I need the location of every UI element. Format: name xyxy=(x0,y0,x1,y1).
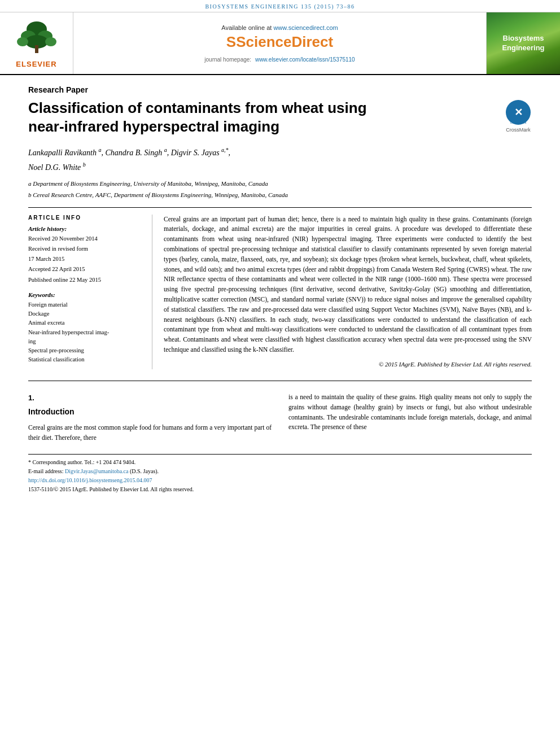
introduction-section: 1. Introduction Cereal grains are the mo… xyxy=(28,392,532,443)
sciencedirect-url[interactable]: www.sciencedirect.com xyxy=(273,24,338,31)
footnote-email: E-mail address: Digvir.Jayas@umanitoba.c… xyxy=(28,467,532,476)
intro-left: 1. Introduction Cereal grains are the mo… xyxy=(28,392,272,443)
crossmark-icon: ✕ CrossMark xyxy=(505,99,532,126)
keyword-1: Foreign material xyxy=(28,300,141,309)
left-column: Article info Article history: Received 2… xyxy=(28,215,152,369)
authors-line: Lankapalli Ravikanth a, Chandra B. Singh… xyxy=(28,146,532,159)
keyword-3: Animal excreta xyxy=(28,318,141,327)
abstract-copyright: © 2015 IAgrE. Published by Elsevier Ltd.… xyxy=(164,360,532,369)
keyword-5: Spectral pre-processing xyxy=(28,346,141,355)
abstract-column: Cereal grains are an important part of h… xyxy=(152,215,532,369)
authors-line-2: Noel D.G. White b xyxy=(28,161,532,174)
footnote-area: * Corresponding author. Tel.: +1 204 474… xyxy=(28,454,532,494)
keyword-6: Statistical classification xyxy=(28,355,141,364)
svg-text:CrossMark: CrossMark xyxy=(510,121,527,124)
journal-logo-title: Biosystems Engineering xyxy=(502,34,544,53)
crossmark-area: ✕ CrossMark CrossMark xyxy=(505,99,532,133)
journal-title-bar: Biosystems Engineering 135 (2015) 73–86 xyxy=(0,0,560,12)
keyword-2: Dockage xyxy=(28,309,141,318)
intro-left-text: Cereal grains are the most common staple… xyxy=(28,423,272,443)
crossmark-label: CrossMark xyxy=(506,127,531,133)
journal-title-text: Biosystems Engineering 135 (2015) 73–86 xyxy=(205,3,355,10)
section-1-heading: Introduction xyxy=(28,406,272,418)
journal-homepage-url[interactable]: www.elsevier.com/locate/issn/15375110 xyxy=(255,56,355,63)
abstract-text: Cereal grains are an important part of h… xyxy=(164,215,532,355)
keywords-label: Keywords: xyxy=(28,291,141,298)
footnote-issn: 1537-5110/© 2015 IAgrE. Published by Els… xyxy=(28,485,532,494)
elsevier-logo: ELSEVIER xyxy=(0,12,73,74)
svg-point-6 xyxy=(45,37,56,46)
intro-right: is a need to maintain the quality of the… xyxy=(288,392,532,443)
keyword-4: Near-infrared hyperspectral imag-ing xyxy=(28,328,141,347)
svg-rect-4 xyxy=(35,45,38,53)
svg-text:✕: ✕ xyxy=(514,107,523,118)
history-item-4: Accepted 22 April 2015 xyxy=(28,265,141,274)
affiliation-b: b Cereal Research Centre, AAFC, Departme… xyxy=(28,190,532,200)
footnote-doi: http://dx.doi.org/10.1016/j.biosystemsen… xyxy=(28,476,532,485)
journal-homepage: journal homepage: www.elsevier.com/locat… xyxy=(204,56,355,63)
affiliations-section: a Department of Biosystems Engineering, … xyxy=(28,179,532,200)
research-paper-section: Research Paper Classification of contami… xyxy=(0,75,560,208)
footnote-email-link[interactable]: Digvir.Jayas@umanitoba.ca xyxy=(65,468,129,474)
available-online-text: Available online at www.sciencedirect.co… xyxy=(221,24,338,31)
history-item-2: Received in revised form xyxy=(28,244,141,254)
article-type-label: Research Paper xyxy=(28,85,532,94)
svg-point-5 xyxy=(17,37,28,46)
sciencedirect-logo: SScienceDirect xyxy=(226,33,333,51)
affiliation-a: a Department of Biosystems Engineering, … xyxy=(28,179,532,189)
doi-link[interactable]: http://dx.doi.org/10.1016/j.biosystemsen… xyxy=(28,477,152,483)
intro-right-text: is a need to maintain the quality of the… xyxy=(288,392,532,433)
elsevier-tree-icon xyxy=(14,18,59,58)
journal-logo-image: Biosystems Engineering xyxy=(487,12,560,74)
history-item-5: Published online 22 May 2015 xyxy=(28,276,141,285)
history-item-1: Received 20 November 2014 xyxy=(28,234,141,243)
section-divider-2 xyxy=(28,381,532,381)
main-content-area: 1. Introduction Cereal grains are the mo… xyxy=(0,381,560,494)
section-divider-1 xyxy=(28,207,532,208)
article-title: Classification of contaminants from whea… xyxy=(28,99,406,136)
article-history-label: Article history: xyxy=(28,225,141,232)
journal-logo-box: Biosystems Engineering xyxy=(487,12,560,74)
article-info-heading: Article info xyxy=(28,215,141,221)
center-header: Available online at www.sciencedirect.co… xyxy=(73,12,487,74)
section-1-number: 1. xyxy=(28,392,272,404)
elsevier-brand-text: ELSEVIER xyxy=(16,60,56,68)
footnote-corresponding: * Corresponding author. Tel.: +1 204 474… xyxy=(28,458,532,467)
header: ELSEVIER Available online at www.science… xyxy=(0,12,560,75)
history-item-3: 17 March 2015 xyxy=(28,255,141,264)
article-info-abstract: Article info Article history: Received 2… xyxy=(0,215,560,369)
